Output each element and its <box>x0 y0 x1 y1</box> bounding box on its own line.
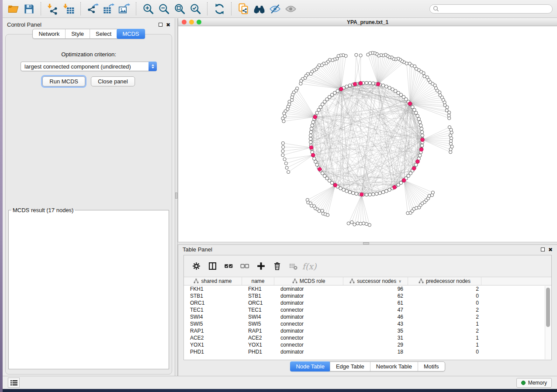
export-image-icon[interactable] <box>116 1 132 16</box>
graph-node[interactable] <box>281 141 284 144</box>
graph-node[interactable] <box>282 145 285 148</box>
graph-mcds-node[interactable] <box>339 87 343 91</box>
table-tab-edge-table[interactable]: Edge Table <box>330 362 370 371</box>
criterion-dropdown[interactable]: largest connected component (undirected) <box>21 62 157 71</box>
graph-node[interactable] <box>365 81 368 85</box>
graph-mcds-node[interactable] <box>421 138 425 142</box>
graph-node[interactable] <box>311 124 314 127</box>
hide-selected-icon[interactable] <box>267 1 283 16</box>
graph-node[interactable] <box>355 53 358 56</box>
graph-node[interactable] <box>339 187 343 190</box>
graph-node[interactable] <box>309 137 312 141</box>
graph-node[interactable] <box>311 120 315 124</box>
deselect-all-icon[interactable] <box>238 260 251 273</box>
graph-node[interactable] <box>368 81 372 85</box>
graph-node[interactable] <box>352 192 355 195</box>
zoom-selected-icon[interactable] <box>187 1 203 16</box>
vertical-splitter[interactable] <box>175 18 178 376</box>
graph-node[interactable] <box>284 162 287 165</box>
table-row[interactable]: PHD1PHD1dominator180 <box>184 348 551 355</box>
graph-node[interactable] <box>372 82 375 85</box>
graph-node[interactable] <box>420 127 423 131</box>
zoom-out-icon[interactable] <box>156 1 172 16</box>
graph-node[interactable] <box>418 154 422 157</box>
clone-network-icon[interactable] <box>235 1 251 16</box>
graph-node[interactable] <box>443 103 446 107</box>
graph-node[interactable] <box>416 114 419 118</box>
task-history-button[interactable] <box>8 378 20 388</box>
graph-node[interactable] <box>359 222 362 225</box>
close-panel-button[interactable]: Close panel <box>91 76 135 86</box>
graph-mcds-node[interactable] <box>313 115 317 119</box>
select-all-icon[interactable] <box>222 260 235 273</box>
graph-node[interactable] <box>348 84 352 87</box>
graph-node[interactable] <box>420 131 424 134</box>
graph-node[interactable] <box>415 163 418 167</box>
search-input[interactable] <box>429 4 553 14</box>
table-row[interactable]: FKH1FKH1dominator962 <box>184 285 551 292</box>
graph-node[interactable] <box>356 222 359 225</box>
graph-node[interactable] <box>449 134 452 137</box>
import-network-icon[interactable] <box>45 1 61 16</box>
graph-mcds-node[interactable] <box>416 160 420 164</box>
table-row[interactable]: TEC1TEC1connector472 <box>184 306 551 313</box>
import-table-icon[interactable] <box>61 1 76 16</box>
table-row[interactable]: RAP1RAP1dominator352 <box>184 327 551 334</box>
table-tab-network-table[interactable]: Network Table <box>370 362 418 371</box>
save-session-icon[interactable] <box>21 1 37 16</box>
table-row[interactable]: ACE2ACE2connector311 <box>184 334 551 341</box>
graph-node[interactable] <box>418 120 422 124</box>
network-view[interactable] <box>178 26 557 242</box>
graph-node[interactable] <box>388 188 391 192</box>
graph-node[interactable] <box>405 62 408 65</box>
close-panel-icon[interactable]: ✖ <box>166 23 170 27</box>
graph-mcds-node[interactable] <box>311 153 315 157</box>
vertical-splitter-handle[interactable] <box>175 193 177 199</box>
graph-node[interactable] <box>309 131 313 134</box>
graph-node[interactable] <box>283 158 286 161</box>
graph-node[interactable] <box>385 85 388 89</box>
graph-node[interactable] <box>281 154 284 157</box>
graph-node[interactable] <box>368 224 371 227</box>
graph-node[interactable] <box>421 134 424 138</box>
graph-node[interactable] <box>309 134 312 138</box>
graph-node[interactable] <box>287 170 290 173</box>
export-table-icon[interactable] <box>100 1 116 16</box>
graph-mcds-node[interactable] <box>419 148 423 151</box>
graph-node[interactable] <box>419 124 423 127</box>
graph-mcds-node[interactable] <box>359 81 363 85</box>
graph-node[interactable] <box>347 222 350 225</box>
column-header-predecessor-nodes[interactable]: predecessor nodes <box>408 277 481 285</box>
graph-node[interactable] <box>348 190 352 194</box>
graph-node[interactable] <box>299 82 302 85</box>
graph-node[interactable] <box>315 111 319 115</box>
table-row[interactable]: SWI5SWI5connector431 <box>184 320 551 327</box>
tab-select[interactable]: Select <box>90 29 117 38</box>
tab-network[interactable]: Network <box>33 29 65 38</box>
table-tab-node-table[interactable]: Node Table <box>290 361 330 371</box>
graph-node[interactable] <box>345 85 349 89</box>
graph-node[interactable] <box>282 120 285 123</box>
table-scrollbar[interactable] <box>545 286 551 359</box>
column-header-shared-name[interactable]: shared name <box>184 277 242 285</box>
graph-mcds-node[interactable] <box>412 167 416 171</box>
close-table-panel-icon[interactable]: ✖ <box>548 248 553 252</box>
graph-node[interactable] <box>359 54 362 57</box>
graph-node[interactable] <box>285 166 288 169</box>
graph-mcds-node[interactable] <box>309 146 313 150</box>
table-row[interactable]: SWI4SWI4dominator462 <box>184 313 551 320</box>
float-table-panel-icon[interactable] <box>541 248 545 251</box>
graph-node[interactable] <box>420 144 424 148</box>
column-header-MCDS-role[interactable]: MCDS role <box>274 277 343 285</box>
graph-node[interactable] <box>350 220 353 224</box>
delete-row-icon[interactable] <box>270 260 284 273</box>
tab-style[interactable]: Style <box>65 29 90 38</box>
column-header-successor-nodes[interactable]: successor nodes∨ <box>343 277 408 285</box>
graph-node[interactable] <box>388 86 391 90</box>
table-row[interactable]: YOX1YOX1connector291 <box>184 341 551 348</box>
table-row[interactable]: STB1STB1dominator620 <box>184 292 551 299</box>
graph-node[interactable] <box>365 193 368 196</box>
horizontal-splitter-handle[interactable] <box>363 242 369 244</box>
graph-mcds-node[interactable] <box>360 193 364 196</box>
graph-node[interactable] <box>283 112 286 115</box>
